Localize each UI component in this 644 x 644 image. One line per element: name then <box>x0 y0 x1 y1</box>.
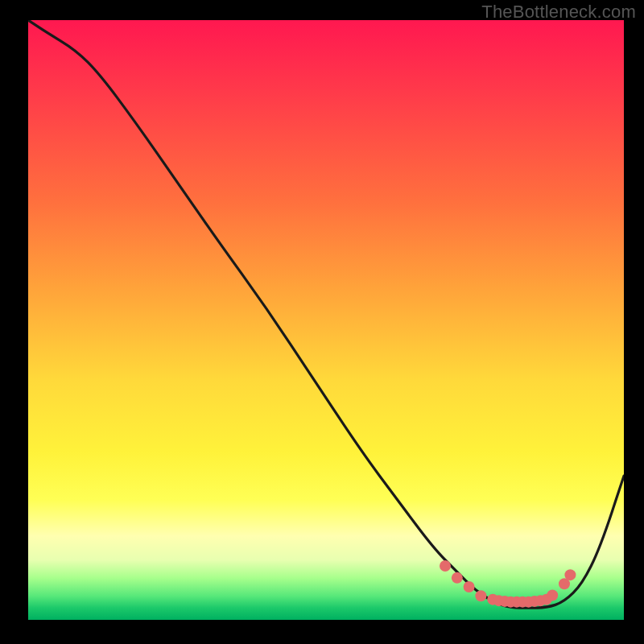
optimal-marker <box>487 594 498 605</box>
optimal-marker <box>535 595 546 606</box>
optimal-marker <box>511 597 522 608</box>
optimal-marker <box>564 569 576 580</box>
chart-container: TheBottleneck.com <box>0 0 644 644</box>
marker-group <box>440 560 576 608</box>
bottleneck-curve-path <box>28 20 624 608</box>
optimal-marker <box>505 597 516 608</box>
watermark-label: TheBottleneck.com <box>481 2 636 23</box>
optimal-marker <box>493 595 505 606</box>
optimal-marker <box>475 590 486 601</box>
optimal-marker <box>499 596 510 607</box>
optimal-marker <box>464 581 475 592</box>
optimal-marker <box>541 594 552 605</box>
optimal-marker <box>523 597 535 608</box>
optimal-marker <box>547 589 558 601</box>
gradient-plot-area <box>28 20 624 620</box>
optimal-marker <box>440 560 451 572</box>
optimal-marker <box>559 578 570 589</box>
optimal-marker <box>529 596 540 607</box>
optimal-marker <box>452 572 463 584</box>
optimal-marker <box>517 597 528 608</box>
bottleneck-curve-svg <box>28 20 624 620</box>
